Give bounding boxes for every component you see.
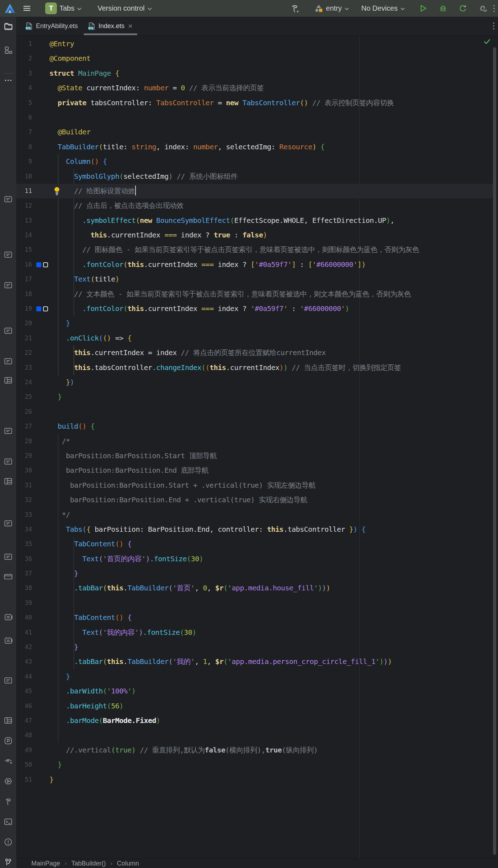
code-line-37[interactable]: 37 } <box>16 566 493 581</box>
terminal-tool-icon[interactable] <box>3 817 13 827</box>
line-number[interactable]: 4 <box>16 81 32 95</box>
more-actions-icon[interactable] <box>492 2 497 15</box>
code-line-14[interactable]: 14 this.currentIndex === index ? true : … <box>16 228 493 242</box>
folder-tool-icon[interactable] <box>3 22 13 32</box>
card-tool-icon[interactable] <box>3 675 13 685</box>
code-line-39[interactable]: 39 <box>16 596 493 610</box>
line-number[interactable]: 20 <box>16 316 32 331</box>
code-line-29[interactable]: 29 barPosition:BarPosition.Start 顶部导航 <box>16 449 493 463</box>
code-line-9[interactable]: 9 Column() { <box>16 154 493 169</box>
card-tool-icon[interactable] <box>3 356 13 366</box>
build-mode-button[interactable] <box>288 2 301 15</box>
hammer-tool-icon[interactable] <box>3 797 13 807</box>
code-line-47[interactable]: 47 .barMode(BarMode.Fixed) <box>16 713 493 728</box>
code-line-28[interactable]: 28 /* <box>16 434 493 449</box>
line-number[interactable]: 36 <box>16 552 32 566</box>
card-tool-icon[interactable] <box>3 518 13 528</box>
structure-tool-icon[interactable] <box>3 45 13 55</box>
more-dots-tool-icon[interactable] <box>3 75 13 85</box>
code-line-7[interactable]: 7 @Builder <box>16 125 493 139</box>
code-line-11[interactable]: 11 // 给图标设置动效 <box>16 184 493 198</box>
inspection-ok-icon[interactable] <box>482 37 492 48</box>
line-number[interactable]: 51 <box>16 772 32 787</box>
code-line-50[interactable]: 50 } <box>16 757 493 772</box>
hex-play-tool-icon[interactable] <box>3 776 13 786</box>
code-line-25[interactable]: 25 } <box>16 390 493 404</box>
tab-options-icon[interactable] <box>492 21 495 32</box>
code-line-43[interactable]: 43 .tabBar(this.TabBuilder('我的', 1, $r('… <box>16 654 493 669</box>
line-number[interactable]: 46 <box>16 699 32 713</box>
line-number[interactable]: 10 <box>16 169 32 184</box>
code-line-51[interactable]: 51} <box>16 772 493 787</box>
line-number[interactable]: 5 <box>16 96 32 110</box>
line-number[interactable]: 3 <box>16 66 32 81</box>
card-tool-icon[interactable] <box>3 456 13 466</box>
code-line-22[interactable]: 22 this.currentIndex = index // 将点击的页签所在… <box>16 345 493 360</box>
breadcrumb-item[interactable]: MainPage <box>31 860 60 867</box>
line-number[interactable]: 44 <box>16 669 32 684</box>
line-number[interactable]: 49 <box>16 743 32 757</box>
line-number[interactable]: 26 <box>16 404 32 419</box>
line-number[interactable]: 23 <box>16 360 32 375</box>
line-number[interactable]: 42 <box>16 640 32 654</box>
line-number[interactable]: 14 <box>16 228 32 242</box>
code-line-41[interactable]: 41 Text('我的内容').fontSize(30) <box>16 625 493 640</box>
line-number[interactable]: 37 <box>16 566 32 581</box>
code-editor[interactable]: 1@Entry2@Component3struct MainPage {4 @S… <box>16 36 498 858</box>
card-tool-icon[interactable] <box>3 280 13 290</box>
rerun-button[interactable] <box>456 2 470 15</box>
code-line-44[interactable]: 44 } <box>16 669 493 684</box>
editor-tab-entryability-ets[interactable]: ETSEntryAbility.ets <box>20 17 83 36</box>
code-line-49[interactable]: 49 //.vertical(true) // 垂直排列,默认为false(横向… <box>16 743 493 757</box>
line-number[interactable]: 8 <box>16 140 32 154</box>
code-line-3[interactable]: 3struct MainPage { <box>16 66 493 81</box>
code-line-42[interactable]: 42 } <box>16 640 493 654</box>
attach-debugger-button[interactable] <box>476 2 489 15</box>
table-tool-icon[interactable] <box>3 716 13 725</box>
line-number[interactable]: 6 <box>16 110 32 125</box>
line-number[interactable]: 34 <box>16 522 32 537</box>
code-line-15[interactable]: 15 // 图标颜色 - 如果当前页签索引等于被点击页签索引，意味着页签被选中，… <box>16 242 493 257</box>
close-tab-icon[interactable] <box>128 23 133 29</box>
code-line-36[interactable]: 36 Text('首页的内容').fontSize(30) <box>16 552 493 566</box>
panel-tool-icon[interactable] <box>3 572 13 582</box>
code-line-17[interactable]: 17 Text(title) <box>16 272 493 286</box>
line-number[interactable]: 40 <box>16 610 32 625</box>
code-line-34[interactable]: 34 Tabs({ barPosition: BarPosition.End, … <box>16 522 493 537</box>
project-widget[interactable]: T Tabs <box>42 2 85 15</box>
line-number[interactable]: 35 <box>16 537 32 551</box>
code-line-33[interactable]: 33 */ <box>16 508 493 522</box>
main-menu-button[interactable] <box>20 2 33 15</box>
run-configuration-selector[interactable]: entry <box>311 2 352 15</box>
color-preview-chip[interactable] <box>43 262 48 267</box>
code-line-6[interactable]: 6 <box>16 110 493 125</box>
code-line-8[interactable]: 8 TabBuilder(title: string, index: numbe… <box>16 140 493 154</box>
code-line-35[interactable]: 35 TabContent() { <box>16 537 493 551</box>
eye-tool-icon[interactable] <box>3 756 13 766</box>
pin-p-tool-icon[interactable] <box>3 736 13 746</box>
line-number[interactable]: 25 <box>16 390 32 404</box>
breadcrumb-item[interactable]: TabBuilder() <box>71 860 106 867</box>
line-number[interactable]: 11 <box>16 184 32 198</box>
line-number[interactable]: 19 <box>16 301 32 316</box>
line-number[interactable]: 32 <box>16 493 32 507</box>
table-tool-icon[interactable] <box>3 476 13 486</box>
card-tool-icon[interactable] <box>3 194 13 204</box>
code-line-26[interactable]: 26 <box>16 404 493 419</box>
line-number[interactable]: 21 <box>16 331 32 345</box>
vcs-widget[interactable]: Version control <box>94 2 155 15</box>
line-number[interactable]: 13 <box>16 213 32 228</box>
code-line-40[interactable]: 40 TabContent() { <box>16 610 493 625</box>
code-line-24[interactable]: 24 }) <box>16 375 493 390</box>
code-line-30[interactable]: 30 barPosition:BarPosition.End 底部导航 <box>16 463 493 478</box>
table-tool-icon[interactable] <box>3 375 13 385</box>
branch-tool-icon[interactable] <box>3 857 13 867</box>
color-preview-chip[interactable] <box>36 306 41 311</box>
line-number[interactable]: 12 <box>16 198 32 213</box>
line-number[interactable]: 48 <box>16 728 32 743</box>
code-line-45[interactable]: 45 .barWidth('100%') <box>16 684 493 698</box>
code-line-5[interactable]: 5 private tabsController: TabsController… <box>16 96 493 110</box>
line-number[interactable]: 18 <box>16 287 32 301</box>
line-number[interactable]: 30 <box>16 463 32 478</box>
card-tool-icon[interactable] <box>3 250 13 259</box>
